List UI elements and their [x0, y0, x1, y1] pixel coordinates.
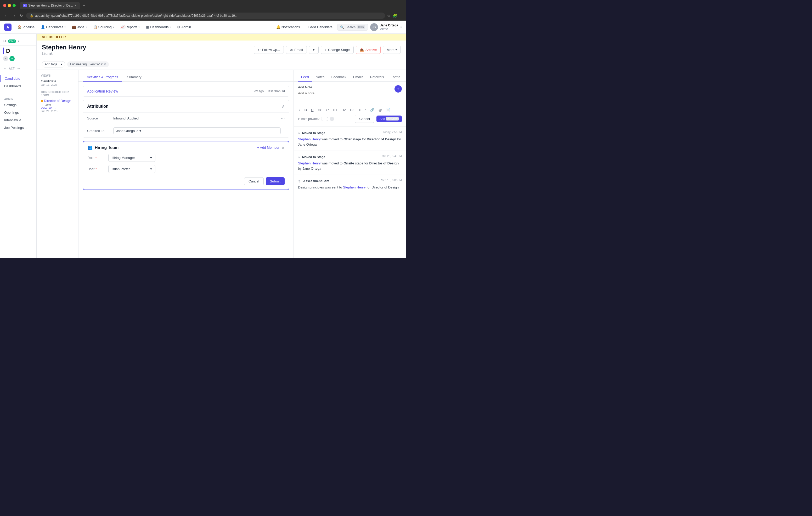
- feed-stage: Onsite: [344, 161, 354, 165]
- toolbar-bold[interactable]: B: [303, 107, 308, 113]
- hiring-team-section: 👥 Hiring Team + Add Member ∧: [83, 141, 289, 190]
- sidebar-item-candidates[interactable]: Candidate: [0, 75, 36, 82]
- dashboards-icon: ▦: [146, 25, 149, 29]
- toolbar-italic[interactable]: I: [298, 107, 301, 113]
- nav-item-reports[interactable]: 📈 Reports ▾: [118, 23, 143, 31]
- new-tab-button[interactable]: +: [83, 3, 85, 8]
- avatar[interactable]: JO: [370, 23, 378, 31]
- sidebar-item-job-postings[interactable]: Job Postings...: [0, 124, 36, 131]
- bookmark-icon[interactable]: ☆: [387, 13, 390, 18]
- header-actions: ↩ Follow Up... ✉ Email ▾ » Change Stage: [254, 46, 401, 54]
- role-required: *: [95, 156, 96, 160]
- credited-select-dropdown[interactable]: Jane Ortega ✕ ▾: [113, 127, 281, 134]
- nav-back-button[interactable]: ←: [3, 12, 9, 19]
- hiring-team-toggle-icon[interactable]: ∧: [282, 145, 285, 150]
- tab-referrals[interactable]: Referrals: [367, 73, 387, 82]
- private-toggle: Is note private? i: [298, 117, 334, 121]
- close-panel-button[interactable]: ✕: [3, 56, 8, 61]
- sidebar-item-dashboards[interactable]: Dashboard...: [0, 82, 36, 90]
- tab-feed[interactable]: Feed: [298, 73, 312, 82]
- feed-job: Director of Design: [367, 137, 396, 141]
- chevron-down-icon: ▾: [396, 48, 397, 51]
- tab-forms[interactable]: Forms: [387, 73, 403, 82]
- nav-item-dashboards[interactable]: ▦ Dashboards ▾: [143, 23, 173, 31]
- user-select[interactable]: Brian Porter ▾: [108, 165, 155, 173]
- nav-item-pipeline[interactable]: 🏠 Pipeline: [14, 23, 37, 31]
- tab-close-button[interactable]: ✕: [75, 4, 77, 7]
- credited-close-button[interactable]: ✕: [136, 129, 138, 132]
- tab-activities-progress[interactable]: Activities & Progress: [83, 73, 122, 82]
- toolbar-h3[interactable]: H3: [349, 107, 356, 113]
- source-actions-button[interactable]: ⋯: [281, 116, 285, 121]
- toolbar-underline[interactable]: U: [310, 107, 315, 113]
- toolbar-mention[interactable]: @: [377, 107, 383, 113]
- nav-next-arrow[interactable]: →: [17, 66, 21, 70]
- nav-reload-button[interactable]: ↻: [19, 12, 24, 19]
- app-logo[interactable]: A: [4, 24, 11, 31]
- add-candidate-button[interactable]: + Add Candidate: [305, 24, 336, 31]
- add-tags-button[interactable]: Add tags... ▾: [42, 61, 65, 67]
- email-button[interactable]: ✉ Email: [286, 46, 307, 54]
- nav-item-candidates[interactable]: 👤 Candidates ▾: [38, 23, 68, 31]
- notifications-button[interactable]: 🔔 Notifications: [273, 24, 303, 31]
- attribution-header[interactable]: Attribution ∧: [83, 100, 289, 113]
- toolbar-h1[interactable]: H1: [332, 107, 339, 113]
- attribution-toggle-icon[interactable]: ∧: [282, 104, 285, 109]
- toolbar-unordered-list[interactable]: •: [364, 107, 367, 113]
- search-button[interactable]: 🔍 Search ⌘+K: [337, 24, 368, 31]
- job-item-director-of-design: Director of Design → Offer View Job → Ju…: [41, 99, 74, 113]
- feed-person-link[interactable]: Stephen Henry: [343, 185, 366, 189]
- email-dropdown-button[interactable]: ▾: [309, 46, 319, 54]
- toolbar-code[interactable]: <>: [316, 107, 323, 113]
- url-bar[interactable]: 🔒 app.ashbyhq.com/jobs/877a196b-d8d6-48c…: [26, 12, 385, 19]
- toolbar-undo[interactable]: ↩: [325, 107, 330, 113]
- tab-emails[interactable]: Emails: [350, 73, 367, 82]
- activity-title[interactable]: Application Review: [87, 89, 118, 93]
- change-stage-button[interactable]: » Change Stage: [321, 46, 354, 54]
- toolbar-link[interactable]: 🔗: [369, 107, 376, 113]
- archive-button[interactable]: 📥 Archive: [356, 46, 381, 54]
- follow-up-button[interactable]: ↩ Follow Up...: [254, 46, 284, 54]
- view-job-link[interactable]: View Job →: [41, 107, 74, 110]
- maximize-window-button[interactable]: [12, 4, 16, 7]
- user-menu-chevron[interactable]: ▾: [400, 25, 402, 29]
- add-note-button[interactable]: Add ⌘+Enter: [376, 116, 402, 122]
- note-input[interactable]: [298, 91, 402, 102]
- view-item-candidate[interactable]: Candidate Jan 11, 2023: [41, 79, 74, 86]
- add-note-plus-button[interactable]: +: [395, 85, 402, 93]
- submit-button[interactable]: Submit: [266, 177, 285, 185]
- toolbar-attachment[interactable]: 📄: [385, 107, 392, 113]
- feed-person-link[interactable]: Stephen Henry: [298, 161, 321, 165]
- nav-item-admin[interactable]: ⚙ Admin: [174, 23, 194, 31]
- minimize-window-button[interactable]: [8, 4, 11, 7]
- menu-icon[interactable]: ⋮: [399, 13, 403, 18]
- candidate-name: Stephen Henry: [42, 44, 254, 51]
- tab-summary[interactable]: Summary: [123, 73, 146, 82]
- nav-prev-arrow[interactable]: ←: [3, 66, 7, 70]
- more-button[interactable]: More ▾: [383, 46, 401, 54]
- add-member-button[interactable]: + Add Member: [257, 146, 280, 150]
- tab-notes[interactable]: Notes: [313, 73, 328, 82]
- traffic-lights: [3, 4, 16, 7]
- sidebar-item-settings[interactable]: Settings: [0, 101, 36, 109]
- tab-feedback[interactable]: Feedback: [328, 73, 349, 82]
- nav-forward-button[interactable]: →: [11, 12, 17, 19]
- browser-tab[interactable]: A Stephen Henry: Director of De... ✕: [20, 2, 80, 9]
- credited-actions-button[interactable]: ⋯: [281, 128, 285, 133]
- nav-item-jobs[interactable]: 💼 Jobs ▾: [69, 23, 89, 31]
- sidebar-item-openings[interactable]: Openings: [0, 109, 36, 116]
- chevron-down-icon: ▾: [86, 26, 87, 29]
- toolbar-h2[interactable]: H2: [340, 107, 347, 113]
- info-button[interactable]: i: [330, 117, 334, 121]
- note-cancel-button[interactable]: Cancel: [355, 115, 374, 123]
- nav-item-sourcing[interactable]: 📋 Sourcing ▾: [90, 23, 117, 31]
- feed-person-link[interactable]: Stephen Henry: [298, 137, 321, 141]
- tag-remove-button[interactable]: ✕: [104, 62, 106, 66]
- role-select[interactable]: Hiring Manager ▾: [108, 154, 155, 162]
- private-toggle-checkbox[interactable]: [321, 117, 328, 121]
- close-window-button[interactable]: [3, 4, 6, 7]
- sidebar-item-interview[interactable]: Interview P...: [0, 116, 36, 124]
- extensions-icon[interactable]: 🧩: [393, 13, 397, 18]
- toolbar-ordered-list[interactable]: ≡: [357, 107, 362, 113]
- cancel-button[interactable]: Cancel: [244, 177, 263, 185]
